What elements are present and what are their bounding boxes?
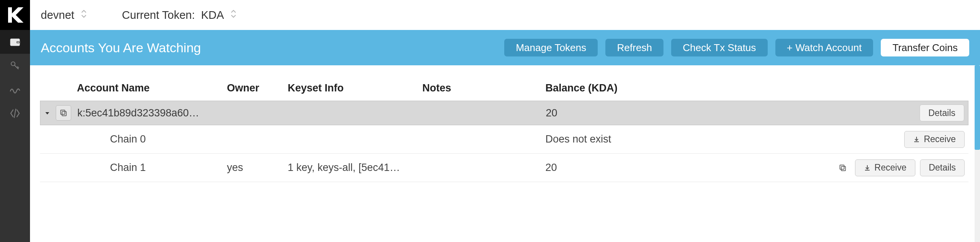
token-label: Current Token: [122,9,195,22]
account-summary-row: k:5ec41b89d323398a60… 20 Details [40,101,968,125]
chain-keyset: 1 key, keys-all, [5ec41… [288,162,422,174]
copy-account-button[interactable] [56,105,71,121]
svg-point-2 [18,42,19,43]
banner-actions: Manage Tokens Refresh Check Tx Status + … [504,39,969,56]
chain-label: Chain 0 [73,133,227,145]
svg-rect-6 [841,166,845,171]
scrollbar-thumb[interactable] [975,65,980,150]
header-account: Account Name [73,82,227,94]
svg-rect-7 [840,165,844,169]
chain-row: Chain 1 yes 1 key, keys-all, [5ec41… 20 … [40,154,968,182]
token-value: KDA [201,9,224,22]
download-icon [913,136,920,143]
details-button[interactable]: Details [920,159,965,176]
refresh-button[interactable]: Refresh [605,39,663,56]
nav-wallet[interactable] [0,30,30,54]
receive-label: Receive [875,162,907,173]
table-header: Account Name Owner Keyset Info Notes Bal… [40,75,968,101]
network-value: devnet [41,9,74,22]
scrollbar-track[interactable] [975,65,980,242]
banner-title: Accounts You Are Watching [41,40,201,55]
collapse-icon[interactable] [44,107,50,119]
copy-icon[interactable] [835,160,850,176]
nav-signatures[interactable] [0,78,30,101]
chain-balance: Does not exist [545,133,834,145]
accounts-banner: Accounts You Are Watching Manage Tokens … [30,30,980,65]
content-area: Account Name Owner Keyset Info Notes Bal… [30,65,980,242]
svg-rect-5 [61,110,65,114]
header-notes: Notes [422,82,545,94]
manage-tokens-button[interactable]: Manage Tokens [504,39,598,56]
check-tx-status-button[interactable]: Check Tx Status [671,39,767,56]
nav-contracts[interactable] [0,101,30,125]
transfer-coins-button[interactable]: Transfer Coins [881,39,969,56]
download-icon [864,164,871,171]
chain-row: Chain 0 Does not exist Receive [40,125,968,154]
topbar: devnet Current Token: KDA [30,0,980,30]
chevron-updown-icon [230,9,237,22]
receive-button[interactable]: Receive [855,159,915,176]
chevron-updown-icon [80,9,87,22]
account-name: k:5ec41b89d323398a60… [73,107,227,119]
svg-rect-4 [62,111,66,116]
sidebar [0,0,30,242]
receive-button[interactable]: Receive [904,131,965,148]
chain-label: Chain 1 [73,162,227,174]
account-balance: 20 [546,107,833,119]
header-owner: Owner [227,82,288,94]
nav-keys[interactable] [0,54,30,78]
app-logo [0,0,30,30]
chain-owner: yes [227,162,288,174]
watch-account-button[interactable]: + Watch Account [775,39,873,56]
token-selector[interactable]: Current Token: KDA [122,9,237,22]
chain-balance: 20 [545,162,834,174]
receive-label: Receive [924,134,956,144]
network-selector[interactable]: devnet [41,9,87,22]
header-keyset: Keyset Info [288,82,422,94]
header-balance: Balance (KDA) [545,82,834,94]
details-button[interactable]: Details [920,104,964,121]
